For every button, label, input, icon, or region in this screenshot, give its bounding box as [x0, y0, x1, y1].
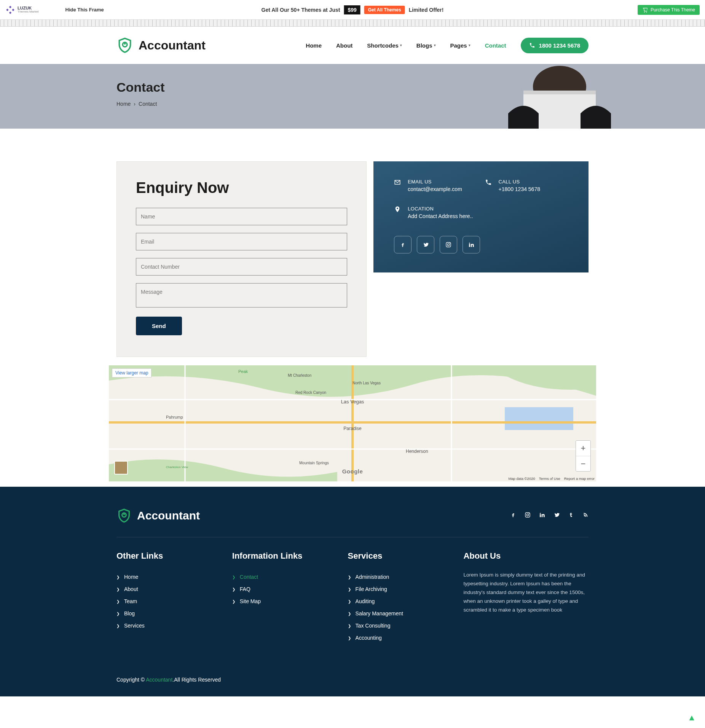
chevron-right-icon: ›: [134, 101, 136, 107]
get-all-themes-button[interactable]: Get All Themes: [364, 6, 405, 14]
footer-tumblr[interactable]: [568, 512, 574, 519]
view-larger-map-link[interactable]: View larger map: [112, 368, 152, 378]
svg-text:Red Rock Canyon: Red Rock Canyon: [295, 390, 326, 395]
footer-link-auditing[interactable]: ❯Auditing: [348, 595, 452, 607]
footer-socials: [510, 512, 589, 519]
footer-link-services[interactable]: ❯Services: [116, 620, 221, 632]
chevron-right-icon: ❯: [116, 599, 120, 604]
hero-image: [478, 64, 641, 129]
brand-name: Accountant: [139, 38, 206, 53]
footer-link-file-archiving[interactable]: ❯File Archiving: [348, 583, 452, 595]
social-instagram[interactable]: [440, 236, 457, 253]
promo-text-right: Limited Offer!: [409, 7, 444, 13]
footer-link-administration[interactable]: ❯Administration: [348, 571, 452, 583]
enquiry-title: Enquiry Now: [136, 179, 347, 196]
chevron-down-icon: ▾: [469, 43, 471, 47]
facebook-icon: [510, 512, 516, 518]
luzuk-logo[interactable]: LUZUKThemes Market: [5, 5, 39, 15]
footer-link-home[interactable]: ❯Home: [116, 571, 221, 583]
message-textarea[interactable]: [136, 283, 347, 307]
twitter-icon: [553, 512, 560, 518]
mail-icon: [394, 179, 401, 186]
phone-icon: [485, 179, 492, 186]
footer-link-contact[interactable]: ❯Contact: [232, 571, 337, 583]
brand-logo[interactable]: Accountant: [116, 37, 206, 54]
footer-link-about[interactable]: ❯About: [116, 583, 221, 595]
footer-link-faq[interactable]: ❯FAQ: [232, 583, 337, 595]
luzuk-logo-sub: Themes Market: [18, 10, 39, 13]
contact-number-input[interactable]: [136, 258, 347, 276]
twitter-icon: [423, 242, 429, 248]
contact-phone: CALL US+1800 1234 5678: [485, 179, 568, 192]
chevron-right-icon: ❯: [348, 587, 351, 591]
nav-contact[interactable]: Contact: [485, 42, 506, 49]
facebook-icon: [400, 242, 406, 248]
crumb-home[interactable]: Home: [116, 101, 131, 107]
main-header: Accountant Home About Shortcodes▾ Blogs▾…: [109, 27, 596, 64]
svg-text:Pahrump: Pahrump: [166, 415, 183, 419]
promo-price: $99: [344, 5, 360, 14]
footer-copyright: Copyright © Accountant.All Rights Reserv…: [109, 671, 596, 696]
nav-home[interactable]: Home: [306, 42, 322, 49]
hide-frame-link[interactable]: Hide This Frame: [65, 7, 104, 13]
footer-link-tax-consulting[interactable]: ❯Tax Consulting: [348, 620, 452, 632]
cart-icon: [642, 7, 648, 13]
send-button[interactable]: Send: [136, 317, 182, 335]
header-phone-button[interactable]: 1800 1234 5678: [521, 38, 589, 53]
nav-shortcodes[interactable]: Shortcodes▾: [367, 42, 402, 49]
footer-link-blog[interactable]: ❯Blog: [116, 607, 221, 620]
streetview-button[interactable]: [114, 461, 128, 475]
map-credits: Map data ©2020 Terms of Use Report a map…: [508, 476, 595, 481]
social-twitter[interactable]: [417, 236, 434, 253]
footer-link-team[interactable]: ❯Team: [116, 595, 221, 607]
footer-instagram[interactable]: [525, 512, 531, 519]
chevron-right-icon: ❯: [116, 587, 120, 591]
contact-card: EMAIL UScontact@example.com CALL US+1800…: [373, 161, 589, 272]
svg-text:Paradise: Paradise: [343, 426, 362, 431]
nav-about[interactable]: About: [336, 42, 352, 49]
footer-link-salary-management[interactable]: ❯Salary Management: [348, 607, 452, 620]
footer-logo[interactable]: Accountant: [116, 508, 200, 523]
svg-text:Charleston View: Charleston View: [166, 465, 188, 469]
promo-bar: LUZUKThemes Market Hide This Frame Get A…: [0, 0, 705, 20]
nav-pages[interactable]: Pages▾: [450, 42, 471, 49]
social-facebook[interactable]: [394, 236, 412, 253]
name-input[interactable]: [136, 208, 347, 225]
footer-col-info-links: Information Links ❯Contact ❯FAQ ❯Site Ma…: [232, 551, 337, 644]
nav-blogs[interactable]: Blogs▾: [416, 42, 436, 49]
footer-linkedin[interactable]: [539, 512, 545, 519]
luzuk-logo-icon: [5, 5, 15, 15]
email-input[interactable]: [136, 233, 347, 250]
zoom-in-button[interactable]: +: [576, 441, 590, 456]
footer-link-sitemap[interactable]: ❯Site Map: [232, 595, 337, 607]
report-error-link[interactable]: Report a map error: [564, 476, 595, 481]
chevron-right-icon: ❯: [348, 599, 351, 604]
footer-rss[interactable]: [582, 512, 589, 519]
svg-rect-10: [505, 407, 573, 430]
chevron-right-icon: ❯: [232, 587, 235, 591]
zoom-out-button[interactable]: −: [576, 456, 590, 471]
phone-icon: [529, 42, 535, 48]
footer-link-accounting[interactable]: ❯Accounting: [348, 632, 452, 644]
page-hero: Contact Home › Contact: [0, 64, 705, 129]
svg-text:Henderson: Henderson: [406, 449, 428, 454]
map-embed[interactable]: Las Vegas Paradise Henderson Pahrump Red…: [109, 365, 596, 481]
chevron-down-icon: ▾: [434, 43, 436, 47]
linkedin-icon: [468, 242, 474, 248]
footer-facebook[interactable]: [510, 512, 516, 519]
copyright-link[interactable]: Accountant: [146, 677, 172, 683]
chevron-right-icon: ❯: [116, 612, 120, 616]
chevron-right-icon: ❯: [348, 624, 351, 628]
terms-link[interactable]: Terms of Use: [539, 476, 560, 481]
contact-socials: [394, 236, 568, 253]
linkedin-icon: [539, 512, 545, 518]
social-linkedin[interactable]: [463, 236, 480, 253]
chevron-right-icon: ❯: [116, 575, 120, 579]
instagram-icon: [445, 242, 451, 248]
google-logo: Google: [342, 468, 363, 475]
ruler-bar: [0, 20, 705, 27]
footer-col-about: About Us Lorem Ipsum is simply dummy tex…: [463, 551, 589, 644]
footer-col-other-links: Other Links ❯Home ❯About ❯Team ❯Blog ❯Se…: [116, 551, 221, 644]
purchase-theme-button[interactable]: Purchase This Theme: [638, 5, 700, 15]
footer-twitter[interactable]: [553, 512, 560, 519]
